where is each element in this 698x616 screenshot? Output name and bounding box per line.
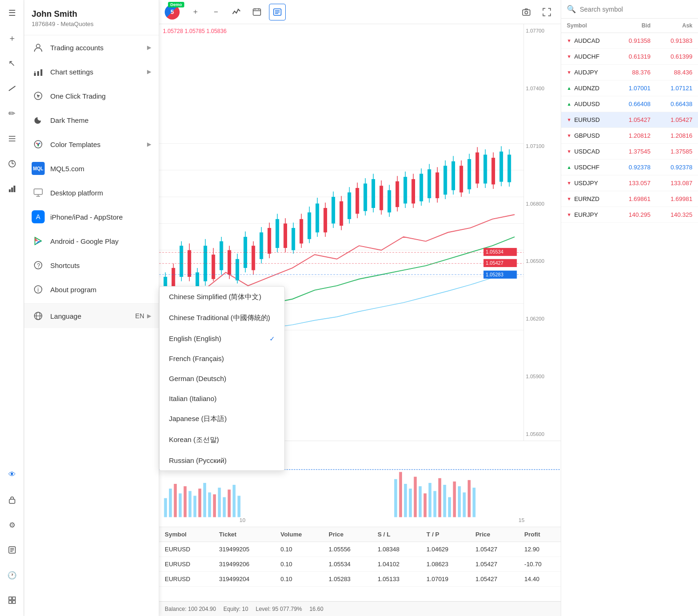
menu-item-dark-theme[interactable]: Dark Theme xyxy=(24,108,159,132)
lang-item-de[interactable]: German (Deutsch) xyxy=(160,368,284,388)
lang-label-zh-cn: Chinese Simplified (简体中文) xyxy=(169,293,261,301)
bar-chart-icon[interactable] xyxy=(4,181,20,197)
lang-item-it[interactable]: Italian (Italiano) xyxy=(160,388,284,408)
cell-profit-2: -10.70 xyxy=(519,557,561,572)
cell-ticket-3: 319499204 xyxy=(214,572,275,587)
clock-icon[interactable]: 🕐 xyxy=(4,567,20,583)
demo-badge-wrapper: 5 Demo xyxy=(165,5,180,20)
screenshot-button[interactable] xyxy=(518,4,535,20)
menu-item-about[interactable]: i About program xyxy=(24,277,159,301)
lang-item-en[interactable]: English (English) ✓ xyxy=(160,328,284,348)
lang-item-zh-cn[interactable]: Chinese Simplified (简体中文) xyxy=(160,287,284,308)
sidebar-icons: ☰ ＋ ↖ ✏ 👁 ⚙ 🕐 xyxy=(0,0,24,616)
check-icon: ✓ xyxy=(269,335,275,342)
menu-item-android[interactable]: Android - Google Play xyxy=(24,229,159,253)
symbol-row-audusd[interactable]: ▲AUDUSD 0.66408 0.66438 xyxy=(561,96,698,112)
col-cur-price: Price xyxy=(470,527,519,542)
lang-item-ja[interactable]: Japanese (日本語) xyxy=(160,408,284,429)
table-row[interactable]: EURUSD 319499204 0.10 1.05283 1.05133 1.… xyxy=(159,572,561,587)
symbol-row-eurnzd[interactable]: ▼EURNZD 1.69861 1.69981 xyxy=(561,191,698,207)
cell-price-3: 1.05283 xyxy=(323,572,372,587)
lang-item-ko[interactable]: Korean (조선말) xyxy=(160,429,284,450)
moon-icon xyxy=(32,114,45,127)
arrow-down-icon-9: ▼ xyxy=(567,212,571,217)
menu-item-desktop[interactable]: Desktop platform xyxy=(24,181,159,205)
col-tp: T / P xyxy=(421,527,470,542)
arrow-up-icon-3: ▲ xyxy=(567,165,571,170)
level-text: Level: 95 077.79% xyxy=(255,606,302,612)
draw-tool-icon[interactable]: ✏ xyxy=(4,105,20,122)
symbol-row-audnzd[interactable]: ▲AUDNZD 1.07001 1.07121 xyxy=(561,80,698,96)
symbol-row-usdchf[interactable]: ▲USDCHF 0.92378 0.92378 xyxy=(561,160,698,175)
lang-label-zh-tw: Chinese Traditional (中國傳統的) xyxy=(169,314,270,322)
symbol-row-usdcad[interactable]: ▼USDCAD 1.37545 1.37585 xyxy=(561,144,698,160)
symbol-row-eurjpy[interactable]: ▼EURJPY 140.295 140.325 xyxy=(561,207,698,223)
svg-rect-9 xyxy=(13,186,15,192)
svg-text:15: 15 xyxy=(518,517,524,523)
top-toolbar: 5 Demo ＋ − xyxy=(159,0,561,24)
svg-rect-187 xyxy=(463,492,466,517)
menu-item-iphone[interactable]: A iPhone/iPad - AppStore xyxy=(24,205,159,229)
table-row[interactable]: EURUSD 319499205 0.10 1.05556 1.08348 1.… xyxy=(159,542,561,557)
timeframe-button[interactable] xyxy=(248,4,265,20)
symbol-row-audchf[interactable]: ▼AUDCHF 0.61319 0.61399 xyxy=(561,49,698,65)
menu-item-one-click[interactable]: One Click Trading xyxy=(24,84,159,108)
price-level-1: 1.07700 xyxy=(526,28,559,33)
menu-item-mql5[interactable]: MQL MQL5.com xyxy=(24,156,159,181)
line-tool-icon[interactable] xyxy=(4,80,20,97)
chart-settings-icon xyxy=(32,65,45,78)
symbol-row-audjpy[interactable]: ▼AUDJPY 88.376 88.436 xyxy=(561,65,698,80)
symbol-row-gbpusd[interactable]: ▼GBPUSD 1.20812 1.20816 xyxy=(561,128,698,144)
ask-eurnzd: 1.69981 xyxy=(651,195,692,202)
arrow-down-icon-7: ▼ xyxy=(567,181,571,186)
svg-rect-189 xyxy=(473,488,476,517)
search-input[interactable] xyxy=(580,6,692,13)
col-profit: Profit xyxy=(519,527,561,542)
cursor-tool-icon[interactable]: ↖ xyxy=(4,55,20,72)
fib-tool-icon[interactable] xyxy=(4,130,20,147)
lang-label-ko: Korean (조선말) xyxy=(169,435,219,444)
add-object-button[interactable]: ＋ xyxy=(187,4,204,20)
indicator-button[interactable] xyxy=(228,4,245,20)
menu-item-shortcuts[interactable]: ? Shortcuts xyxy=(24,253,159,277)
cell-volume-3: 0.10 xyxy=(275,572,323,587)
symbol-name-audcad: ▼AUDCAD xyxy=(567,37,609,44)
bid-audcad: 0.91358 xyxy=(609,37,651,44)
menu-item-language[interactable]: Language EN ▶ xyxy=(24,303,159,328)
svg-point-26 xyxy=(36,143,38,144)
orders-icon[interactable] xyxy=(4,542,20,558)
symbol-row-usdjpy[interactable]: ▼USDJPY 133.057 133.087 xyxy=(561,175,698,191)
symbol-name-audchf: ▼AUDCHF xyxy=(567,53,609,60)
svg-rect-171 xyxy=(237,496,240,517)
svg-rect-173 xyxy=(394,479,397,517)
grid-icon[interactable] xyxy=(4,592,20,609)
lang-item-zh-tw[interactable]: Chinese Traditional (中國傳統的) xyxy=(160,308,284,328)
remove-object-button[interactable]: − xyxy=(208,4,224,20)
bid-usdcad: 1.37545 xyxy=(609,148,651,155)
eye-icon[interactable]: 👁 xyxy=(4,466,20,483)
language-value: EN xyxy=(135,312,144,320)
ask-audchf: 0.61399 xyxy=(651,53,692,60)
lang-item-ru[interactable]: Russian (Русский) xyxy=(160,450,284,470)
menu-item-color-templates[interactable]: Color Templates ▶ xyxy=(24,132,159,156)
watchlist-button[interactable] xyxy=(269,4,286,20)
lang-label-ja: Japanese (日本語) xyxy=(169,415,227,423)
lang-item-fr[interactable]: French (Français) xyxy=(160,348,284,368)
fullscreen-button[interactable] xyxy=(538,4,555,20)
hamburger-menu-icon[interactable]: ☰ xyxy=(4,5,20,21)
symbol-row-eurusd[interactable]: ▼EURUSD 1.05427 1.05427 xyxy=(561,112,698,128)
symbols-table: ▼AUDCAD 0.91358 0.91383 ▼AUDCHF 0.61319 … xyxy=(561,33,698,616)
symbol-row-audcad[interactable]: ▼AUDCAD 0.91358 0.91383 xyxy=(561,33,698,49)
menu-label-desktop: Desktop platform xyxy=(50,189,151,197)
indicator-icon[interactable] xyxy=(4,155,20,172)
menu-item-chart-settings[interactable]: Chart settings ▶ xyxy=(24,60,159,84)
lock-icon[interactable] xyxy=(4,491,20,508)
price-level-3: 1.07100 xyxy=(526,143,559,149)
settings-icon[interactable]: ⚙ xyxy=(4,516,20,533)
table-row[interactable]: EURUSD 319499206 0.10 1.05534 1.04102 1.… xyxy=(159,557,561,572)
menu-item-trading-accounts[interactable]: Trading accounts ▶ xyxy=(24,35,159,60)
add-icon[interactable]: ＋ xyxy=(4,30,20,47)
ask-usdcad: 1.37585 xyxy=(651,148,692,155)
one-click-icon xyxy=(32,89,45,102)
language-label: Language xyxy=(50,312,135,320)
